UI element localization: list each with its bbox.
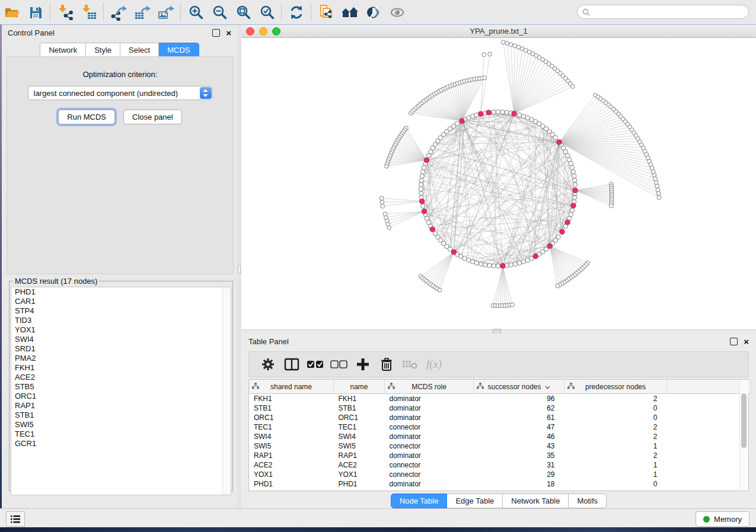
graph-leaf-node[interactable] xyxy=(505,41,509,46)
graph-node[interactable] xyxy=(521,114,525,118)
graph-leaf-node[interactable] xyxy=(482,53,486,57)
table-vscroll-thumb[interactable] xyxy=(741,393,747,448)
mcds-result-item[interactable]: ORC1 xyxy=(11,392,231,401)
graph-node[interactable] xyxy=(421,204,425,208)
graph-mcds-hub-node[interactable] xyxy=(571,203,576,208)
graph-mcds-hub-node[interactable] xyxy=(430,227,435,232)
optimization-criterion-dropdown[interactable]: largest connected component (undirected) xyxy=(28,86,213,100)
graph-node[interactable] xyxy=(487,264,492,268)
graph-node[interactable] xyxy=(569,212,573,216)
tab-select[interactable]: Select xyxy=(120,43,159,57)
add-column-icon[interactable] xyxy=(352,354,374,374)
graph-node[interactable] xyxy=(500,110,505,114)
unselect-all-icon[interactable] xyxy=(328,354,350,374)
graph-mcds-hub-node[interactable] xyxy=(565,220,570,225)
task-history-button[interactable] xyxy=(6,511,25,527)
graph-leaf-node[interactable] xyxy=(501,40,505,44)
graph-leaf-node[interactable] xyxy=(656,191,661,196)
graph-leaf-node[interactable] xyxy=(385,164,389,168)
mcds-result-item[interactable]: PMA2 xyxy=(11,354,231,363)
open-icon[interactable] xyxy=(0,2,24,23)
graph-leaf-node[interactable] xyxy=(654,181,658,185)
graph-leaf-node[interactable] xyxy=(656,188,660,192)
graph-node[interactable] xyxy=(573,196,577,200)
table-row[interactable]: SWI5SWI5connector431 xyxy=(249,441,751,451)
graph-mcds-hub-node[interactable] xyxy=(422,209,427,214)
select-all-icon[interactable] xyxy=(305,354,326,374)
column-header-shared-name[interactable]: shared name xyxy=(249,380,334,394)
graph-mcds-hub-node[interactable] xyxy=(512,111,516,116)
export-image-icon[interactable] xyxy=(154,2,178,23)
graph-node[interactable] xyxy=(513,262,517,266)
graph-node[interactable] xyxy=(483,263,487,267)
import-table-icon[interactable] xyxy=(77,2,101,23)
graph-node[interactable] xyxy=(572,174,576,178)
houses-icon[interactable] xyxy=(338,2,362,23)
graph-node[interactable] xyxy=(573,182,577,187)
table-row[interactable]: TEC1TEC1connector472 xyxy=(249,422,751,432)
graph-node[interactable] xyxy=(496,264,500,268)
mcds-result-item[interactable]: STB5 xyxy=(11,382,231,392)
save-icon[interactable] xyxy=(24,2,47,23)
mcds-result-list[interactable]: PHD1CAR1STP4TID3YOX1SWI4SRD1PMA2FKH1ACE2… xyxy=(11,287,231,495)
mcds-result-item[interactable]: FKH1 xyxy=(11,363,231,373)
mcds-result-item[interactable]: TEC1 xyxy=(11,430,231,439)
graph-node[interactable] xyxy=(505,110,509,114)
mcds-result-item[interactable]: GCR1 xyxy=(11,439,231,448)
graph-leaf-node[interactable] xyxy=(438,288,442,292)
graph-node[interactable] xyxy=(455,121,459,126)
tab-edge-table[interactable]: Edge Table xyxy=(447,493,503,508)
graph-mcds-hub-node[interactable] xyxy=(533,254,538,259)
mcds-result-item[interactable]: YOX1 xyxy=(11,325,231,335)
result-list-scrollbar[interactable] xyxy=(222,287,231,495)
graph-leaf-node[interactable] xyxy=(379,196,384,200)
graphics-details-icon[interactable] xyxy=(362,2,385,23)
float-window-icon[interactable] xyxy=(212,29,220,37)
graph-mcds-hub-node[interactable] xyxy=(573,188,578,193)
search-input[interactable] xyxy=(594,7,748,17)
graph-node[interactable] xyxy=(553,136,557,140)
table-row[interactable]: ORC1ORC1dominator610 xyxy=(249,413,751,422)
graph-leaf-node[interactable] xyxy=(381,204,385,209)
zoom-selected-icon[interactable] xyxy=(255,2,279,23)
graph-node[interactable] xyxy=(420,174,424,178)
table-close-panel-icon[interactable]: × xyxy=(744,338,749,345)
graph-leaf-node[interactable] xyxy=(483,76,487,80)
refresh-icon[interactable] xyxy=(285,2,308,23)
table-vscrollbar[interactable] xyxy=(739,380,748,490)
table-row[interactable]: PHD1PHD1dominator180 xyxy=(249,479,751,489)
graph-leaf-node[interactable] xyxy=(655,184,659,188)
graph-mcds-hub-node[interactable] xyxy=(479,111,483,116)
zoom-fit-icon[interactable] xyxy=(231,2,255,23)
graph-leaf-node[interactable] xyxy=(509,43,513,47)
graph-node[interactable] xyxy=(570,165,574,169)
split-panel-icon[interactable] xyxy=(281,354,302,374)
mcds-result-item[interactable]: STP4 xyxy=(11,306,231,316)
graph-mcds-hub-node[interactable] xyxy=(451,249,456,254)
zoom-out-icon[interactable] xyxy=(208,2,231,23)
graph-node[interactable] xyxy=(433,232,437,236)
graph-leaf-node[interactable] xyxy=(610,204,614,208)
close-panel-button[interactable]: Close panel xyxy=(123,110,182,124)
graph-node[interactable] xyxy=(474,261,479,265)
graph-node[interactable] xyxy=(419,191,423,196)
tab-mcds[interactable]: MCDS xyxy=(159,43,199,57)
gear-icon[interactable] xyxy=(257,354,279,374)
export-table-icon[interactable] xyxy=(130,2,154,23)
graph-mcds-hub-node[interactable] xyxy=(547,243,552,248)
table-row[interactable]: FKH1FKH1dominator962 xyxy=(249,394,751,404)
graph-leaf-node[interactable] xyxy=(570,85,575,89)
graph-node[interactable] xyxy=(425,216,429,220)
graph-mcds-hub-node[interactable] xyxy=(420,199,425,204)
graph-leaf-node[interactable] xyxy=(383,212,387,216)
table-row[interactable]: YOX1YOX1connector291 xyxy=(249,470,751,479)
graph-node[interactable] xyxy=(421,169,425,174)
column-header-predecessor-nodes[interactable]: predecessor nodes xyxy=(564,380,667,394)
mcds-result-item[interactable]: RAP1 xyxy=(11,401,231,411)
table-float-window-icon[interactable] xyxy=(730,338,738,345)
graph-node[interactable] xyxy=(479,262,483,266)
eye-icon[interactable] xyxy=(385,2,409,23)
panel-splitter[interactable] xyxy=(237,25,241,509)
graph-node[interactable] xyxy=(419,182,423,187)
network-window-titlebar[interactable]: YPA_prune.txt_1 xyxy=(241,25,756,38)
